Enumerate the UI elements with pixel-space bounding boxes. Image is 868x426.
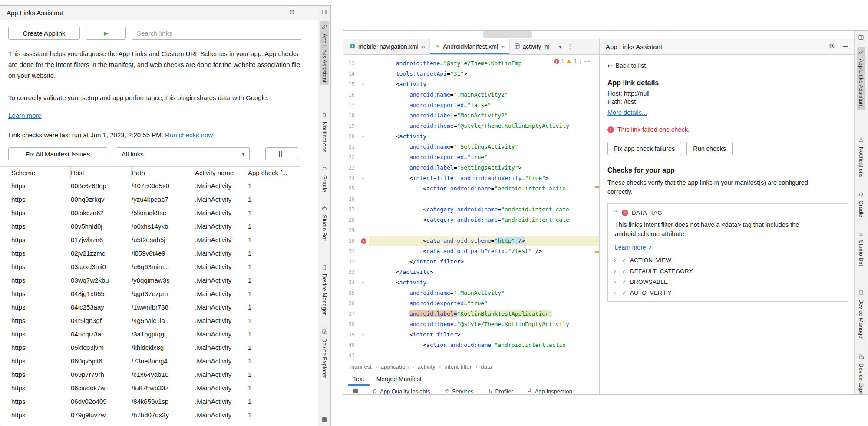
tool-window-button-services[interactable]: Services <box>444 388 474 394</box>
table-row[interactable]: https03wq7w2kbu/y0qqimaw3s.MainActivity1 <box>0 273 300 287</box>
tool-strip-item-app-links-assistant[interactable]: App Links Assistant <box>857 47 865 110</box>
fold-icon[interactable]: › <box>358 329 369 340</box>
run-checks-now-link[interactable]: Run checks now <box>165 131 213 139</box>
close-tab-icon[interactable]: × <box>502 43 505 50</box>
fold-icon[interactable]: › <box>358 131 369 142</box>
breadcrumb-item[interactable]: application <box>381 363 409 370</box>
column-header[interactable]: Scheme <box>11 167 71 179</box>
tool-strip-item-notifications[interactable]: Notifications <box>857 135 865 180</box>
table-row[interactable]: https03axxd3mi0/e6g63mim....MainActivity… <box>0 260 300 273</box>
failed-check-message: ! This link failed one check. <box>607 126 846 133</box>
check-row-default-category[interactable]: ›✓DEFAULT_CATEGORY <box>614 267 842 274</box>
editor-view-tab-text[interactable]: Text <box>348 372 370 386</box>
editor-tab[interactable]: AndroidManifest.xml× <box>430 39 509 54</box>
panel-header[interactable]: App Links Assistant <box>600 39 854 55</box>
check-row-action-view[interactable]: ›✓ACTION_VIEW <box>614 256 842 263</box>
table-cell: .MainActivity <box>195 182 248 190</box>
learn-more-link[interactable]: Learn more ↗ <box>615 244 652 251</box>
next-issue-icon[interactable]: › <box>586 60 592 62</box>
check-name: DEFAULT_CATEGORY <box>630 268 693 274</box>
minimize-icon[interactable] <box>843 46 848 47</box>
table-row[interactable]: https060qv5jct6/73ne8udqj4.MainActivity1 <box>0 354 300 368</box>
create-applink-button[interactable]: Create Applink <box>8 27 80 40</box>
table-row[interactable]: https017jwlxzn6/u5t2usab5j.MainActivity1 <box>0 233 300 246</box>
table-row[interactable]: https04r5lqn3gf/4g5nalc1la.MainActivity1 <box>0 314 300 327</box>
table-row[interactable]: https00tskcza62/5lknugk9se.MainActivity1 <box>0 206 300 220</box>
table-cell: 04rtcqtz3a <box>71 330 132 338</box>
run-button[interactable]: ▶ <box>86 27 126 40</box>
table-row[interactable]: https02jv21zzmc/l059v8t4e9.MainActivity1 <box>0 246 300 260</box>
table-row[interactable]: https069p7r79rh/c1x64yab10.MainActivity1 <box>0 368 300 381</box>
search-links-input[interactable] <box>132 27 301 40</box>
close-tab-icon[interactable]: × <box>422 43 426 50</box>
editor-tab[interactable]: activity_m <box>510 39 554 54</box>
tool-strip-item-gradle[interactable]: Gradle <box>857 188 865 220</box>
tool-strip-item-studio-bot[interactable]: Studio Bot <box>320 203 329 243</box>
table-row[interactable]: https079g9luv7w/h7bd07ox3y.MainActivity1 <box>0 408 300 422</box>
tool-window-button-app-quality-insights[interactable]: App Quality Insights <box>372 388 430 394</box>
code-text <box>369 194 599 204</box>
failed-check-text: This link failed one check. <box>617 126 690 133</box>
table-row[interactable]: https06dv02o409/84k659v1sp.MainActivity1 <box>0 395 300 408</box>
table-row[interactable]: https06ciudok7w/tu87hwp33z.MainActivity1 <box>0 381 300 395</box>
breadcrumb-item[interactable]: activity <box>418 363 436 370</box>
column-header[interactable]: Host <box>71 167 132 179</box>
columns-button[interactable] <box>265 147 298 160</box>
table-row[interactable]: https00v5hhld0j/o0xhs14ykb.MainActivity1 <box>0 220 300 233</box>
tool-strip-item-app-links-assistant[interactable]: App Links Assistant <box>320 21 329 85</box>
gear-icon[interactable] <box>828 43 835 51</box>
window-titlebar[interactable]: App Links Assistant <box>0 6 318 20</box>
error-stripe-mark[interactable] <box>595 186 599 188</box>
table-row[interactable]: https00hq9zrkqv/yzu4kpeas7.MainActivity1 <box>0 193 300 206</box>
editor-tab[interactable]: mobile_navigation.xml× <box>345 39 430 54</box>
column-header[interactable]: Path <box>132 167 195 179</box>
inspections-widget[interactable]: ! 1 1 › › <box>552 57 591 65</box>
table-row[interactable]: https008c6z68np/407e09q5x0.MainActivity1 <box>0 179 300 193</box>
tool-strip-item-device-manager[interactable]: Device Manager <box>320 262 329 318</box>
editor-view-tab-merged-manifest[interactable]: Merged Manifest <box>371 372 427 386</box>
table-cell: 1 <box>248 209 300 216</box>
tool-strip-item-device-manager[interactable]: Device Manager <box>857 287 865 343</box>
tabs-dropdown-icon[interactable]: ▾ <box>559 43 562 50</box>
column-header[interactable]: Activity name <box>195 167 248 179</box>
fold-icon[interactable]: › <box>358 79 369 90</box>
check-row-browsable[interactable]: ›✓BROWSABLE <box>614 278 842 285</box>
table-row[interactable]: https04ic253aay/1wwnfbr738.MainActivity1 <box>0 300 300 314</box>
check-row-auto-verify[interactable]: ›✓AUTO_VERIFY <box>614 289 842 296</box>
tool-window-button-profiler[interactable]: Profiler <box>487 388 513 394</box>
more-details-link[interactable]: More details... <box>607 109 647 116</box>
tool-window-button-app-inspection[interactable]: App Inspection <box>527 388 572 394</box>
tool-strip-item-notifications[interactable]: Notifications <box>320 110 329 155</box>
fold-icon[interactable]: › <box>358 173 369 183</box>
breadcrumb-item[interactable]: data <box>481 363 492 370</box>
learn-more-link[interactable]: Learn more <box>8 112 318 119</box>
tool-window-button[interactable] <box>353 388 358 394</box>
more-options-icon[interactable]: ⋮ <box>567 43 573 50</box>
tool-strip-item-device-explorer[interactable]: Device Explorer <box>320 326 329 381</box>
error-gutter-icon[interactable]: ! <box>358 236 369 246</box>
breadcrumb-item[interactable]: intent-filter <box>444 363 472 370</box>
table-cell: 1 <box>248 250 300 257</box>
check-row-data-tag[interactable]: › ! DATA_TAG <box>614 209 842 216</box>
table-row[interactable]: https04rtcqtz3a/3a1hgptqgi.MainActivity1 <box>0 327 300 341</box>
error-stripe-mark[interactable] <box>595 251 599 253</box>
line-number: 31 <box>343 246 358 256</box>
table-row[interactable]: https05kfcp3jvm/khidckix8g.MainActivity1 <box>0 341 300 354</box>
links-filter-dropdown[interactable]: All links ▾ <box>117 147 250 160</box>
breadcrumb-item[interactable]: manifest <box>350 363 372 370</box>
check-passed-icon: ✓ <box>622 279 627 285</box>
back-to-list-link[interactable]: ← Back to list <box>607 62 646 69</box>
tool-strip-item-studio-bot[interactable]: Studio Bot <box>857 228 865 269</box>
tool-strip-item-gradle[interactable]: Gradle <box>320 163 329 195</box>
gear-icon[interactable] <box>289 9 295 17</box>
minimize-icon[interactable] <box>303 13 308 13</box>
fold-icon[interactable]: › <box>358 277 369 288</box>
error-icon: ! <box>622 210 628 216</box>
code-editor[interactable]: 13 android:theme="@style/Theme.KotlinEmp… <box>343 55 599 361</box>
fix-app-check-failures-button[interactable]: Fix app check failures <box>607 142 681 155</box>
table-row[interactable]: https048jg1x665/qgrt37ezpm.MainActivity1 <box>0 287 300 300</box>
run-checks-button[interactable]: Run checks <box>686 142 733 155</box>
column-header[interactable]: App check f... <box>248 167 300 179</box>
fix-all-manifest-issues-button[interactable]: Fix All Manifest Issues <box>8 147 107 160</box>
tool-strip-item-device-explorer[interactable]: Device Explorer <box>857 351 865 394</box>
